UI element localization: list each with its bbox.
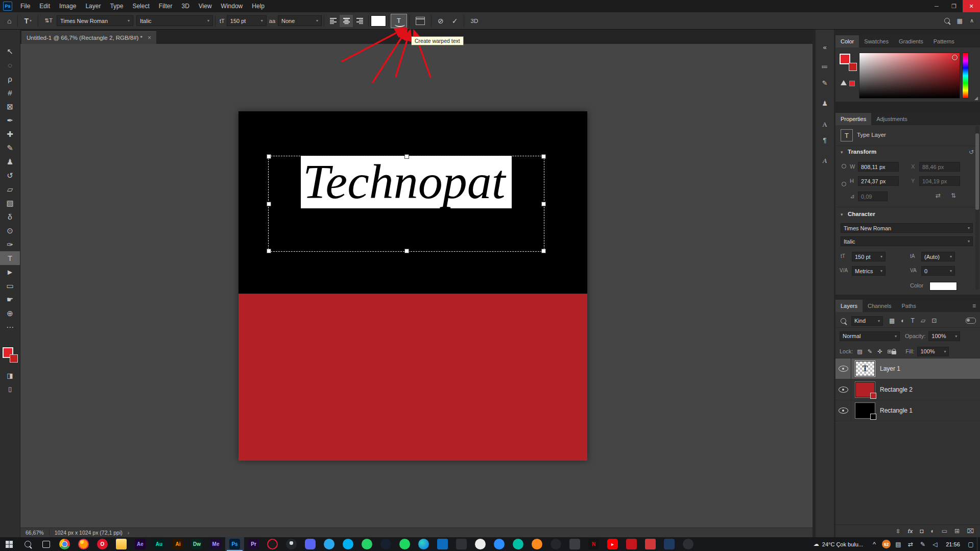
align-left-button[interactable] [326,15,340,27]
steam-icon[interactable] [376,537,395,551]
file-explorer-icon[interactable] [112,537,131,551]
transform-handle[interactable] [404,249,409,253]
panel-tab[interactable]: Properties [835,113,871,125]
clone-stamp-tool[interactable]: ♟ [0,155,20,169]
tray-pen-icon[interactable]: ✎ [917,541,929,548]
menu-item[interactable]: 3D [177,0,194,12]
shape-tool[interactable]: ▭ [0,279,20,293]
height-field[interactable]: 274,37 px [858,176,899,186]
eye-icon[interactable] [839,408,848,414]
panel-tab[interactable]: Paths [897,300,921,312]
home-icon[interactable]: ⌂ [3,17,15,25]
media-encoder-icon[interactable]: Me [206,537,225,551]
dark-app2-icon[interactable] [679,537,698,551]
menu-item[interactable]: Select [128,0,154,12]
character-size-select[interactable]: 150 pt ▾ [852,252,886,261]
skype-icon[interactable] [339,537,357,551]
menu-item[interactable]: File [16,0,35,12]
visibility-cell[interactable] [835,358,851,379]
canvas-viewport[interactable]: Technopat [20,44,812,528]
show-desktop-button[interactable] [977,537,980,551]
collapse-options-icon[interactable]: ∧ [970,17,974,24]
restore-button[interactable]: ❐ [945,0,963,12]
workspace-icon[interactable]: ▦ [957,17,963,25]
character-kerning-select[interactable]: Metrics ▾ [852,266,886,276]
width-field[interactable]: 808,11 px [858,162,899,172]
3d-button[interactable]: 3D [466,18,482,24]
orange-app-icon[interactable] [528,537,546,551]
ms-store-icon[interactable] [433,537,452,551]
character-font-style-select[interactable]: Italic ▾ [841,236,973,246]
lock-position-icon[interactable]: ✜ [877,348,882,355]
character-section-title[interactable]: Character [848,211,875,217]
font-family-select[interactable]: Times New Roman ▾ [57,15,133,26]
blur-tool[interactable]: δ [0,210,20,224]
search-icon[interactable] [944,18,950,23]
action-center-icon[interactable]: ▢ [965,541,977,548]
tray-sync-icon[interactable]: ⇄ [904,541,917,548]
fill-select[interactable]: 100% ▾ [917,347,949,356]
history-brush-tool[interactable]: ↺ [0,169,20,182]
cancel-edits-button[interactable]: ⊘ [434,17,448,25]
crop-tool[interactable]: # [0,86,20,100]
premiere-icon[interactable]: Pr [244,537,263,551]
menu-item[interactable]: Edit [35,0,55,12]
camera-app-icon[interactable] [565,537,584,551]
edge-icon[interactable] [414,537,433,551]
lock-all-icon[interactable] [892,351,896,354]
filter-pixel-layers-icon[interactable]: ▩ [889,317,895,324]
toggle-panels-button[interactable] [412,17,429,25]
adjustment-layer-icon[interactable]: ◐ [931,528,935,535]
glyphs-panel-icon[interactable]: A [816,157,834,165]
layer-thumbnail[interactable] [855,382,875,397]
tray-volume-icon[interactable]: ◁ [929,541,941,548]
menu-item[interactable]: Type [105,0,128,12]
font-size-select[interactable]: 150 pt ▾ [227,15,267,26]
layer-row-rectangle-1[interactable]: Rectangle 1 [835,400,980,421]
path-selection-tool[interactable]: ► [0,265,20,279]
marquee-tool[interactable]: ◌ [0,58,20,72]
menu-item[interactable]: Help [247,0,269,12]
filter-shape-layers-icon[interactable]: ▱ [921,317,925,324]
minimize-button[interactable]: ─ [928,0,945,12]
opera-gx-icon[interactable] [263,537,282,551]
reset-transform-icon[interactable]: ↺ [969,149,974,156]
filter-smart-objects-icon[interactable]: ⊡ [931,317,937,324]
layer-name[interactable]: Rectangle 2 [880,386,913,393]
character-font-family-select[interactable]: Times New Roman ▾ [841,223,973,233]
audition-icon[interactable]: Au [150,537,169,551]
text-color-swatch[interactable] [371,15,386,27]
visibility-cell[interactable] [835,379,851,400]
brush-tool[interactable]: ✎ [0,141,20,155]
menu-item[interactable]: Image [55,0,81,12]
opacity-select[interactable]: 100% ▾ [928,331,960,341]
transform-handle[interactable] [267,154,271,159]
brush-settings-icon[interactable]: ✎ [816,79,834,87]
clone-source-icon[interactable]: ♟ [816,100,834,107]
expand-panels-icon[interactable]: « [816,43,834,51]
eraser-tool[interactable]: ▱ [0,182,20,196]
edit-toolbar-button[interactable]: ⋯ [0,320,20,334]
epic-games-icon[interactable] [452,537,471,551]
color-fg-bg-widget[interactable] [840,54,857,71]
transform-handle[interactable] [404,154,409,159]
commit-edits-button[interactable]: ✓ [448,17,462,25]
tray-display-icon[interactable]: ▤ [892,541,904,548]
youtube-icon[interactable]: ▸ [603,537,622,551]
transform-handle[interactable] [267,249,271,253]
healing-brush-tool[interactable]: ✚ [0,127,20,141]
telegram-icon[interactable] [320,537,339,551]
type-tool-preset-icon[interactable]: T ▾ [20,17,36,25]
lock-transparency-icon[interactable]: ▨ [857,348,862,355]
start-button[interactable] [0,537,18,551]
gamut-color-swatch[interactable] [849,81,855,86]
panel-tab[interactable]: Patterns [928,35,960,47]
flip-horizontal-icon[interactable]: ⇄ [936,192,941,199]
layer-row-layer-1[interactable]: T Layer 1 [835,358,980,379]
hand-tool[interactable]: ☛ [0,293,20,306]
transform-handle[interactable] [541,202,546,206]
eye-icon[interactable] [839,366,848,372]
illustrator-icon[interactable]: Ai [169,537,187,551]
netflix-icon[interactable]: N [584,537,603,551]
discord-icon[interactable] [301,537,320,551]
